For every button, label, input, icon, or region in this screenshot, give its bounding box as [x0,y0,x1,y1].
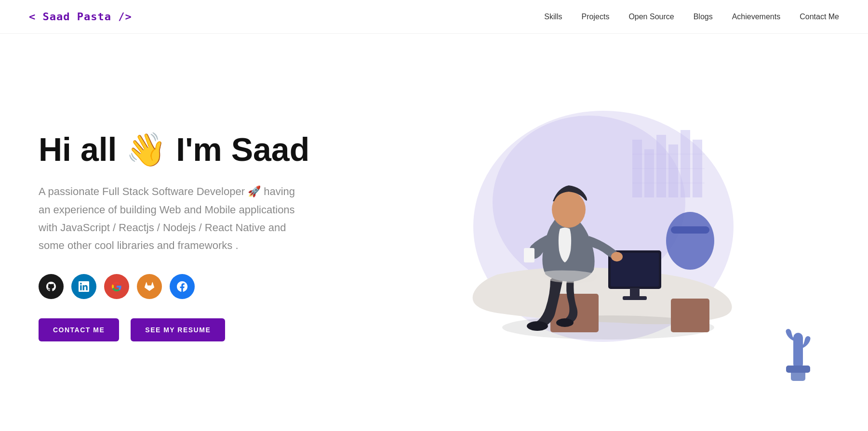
nav-item-projects[interactable]: Projects [582,13,610,21]
paper-phone [524,248,534,262]
svg-rect-10 [793,333,803,369]
nav-links: Skills Projects Open Source Blogs Achiev… [544,13,839,21]
resume-button[interactable]: SEE MY RESUME [131,318,225,341]
cactus-decoration [781,328,815,383]
hero-description: A passionate Full Stack Software Develop… [39,183,308,255]
gitlab-icon[interactable] [137,274,162,299]
nav-item-blogs[interactable]: Blogs [694,13,713,21]
nav-item-skills[interactable]: Skills [544,13,562,21]
navbar: < Saad Pasta /> Skills Projects Open Sou… [0,0,868,34]
google-icon[interactable] [104,274,129,299]
cta-buttons: CONTACT ME SEE MY RESUME [39,318,309,341]
hero-content: Hi all 👋 I'm Saad A passionate Full Stac… [39,131,309,341]
hero-heading: Hi all 👋 I'm Saad [39,131,309,168]
svg-rect-11 [786,366,810,373]
nav-item-opensource[interactable]: Open Source [628,13,674,21]
shoe-left [527,321,548,331]
chair-back [671,226,709,234]
site-logo[interactable]: < Saad Pasta /> [29,11,132,23]
person-right-hand [611,252,623,261]
github-icon[interactable] [39,274,64,299]
hero-illustration [309,79,829,392]
chair-blob [666,212,714,270]
monitor-base [623,296,647,300]
social-icons-group [39,274,309,299]
illustration-svg [401,91,738,380]
svg-rect-3 [668,144,678,197]
svg-rect-2 [656,135,666,197]
nav-item-achievements[interactable]: Achievements [732,13,781,21]
svg-rect-4 [681,130,690,197]
hero-section: Hi all 👋 I'm Saad A passionate Full Stac… [0,34,868,429]
linkedin-icon[interactable] [71,274,96,299]
facebook-icon[interactable] [170,274,195,299]
nav-item-contact[interactable]: Contact Me [800,13,839,21]
shoe-right [556,318,574,327]
svg-rect-1 [644,149,654,197]
contact-button[interactable]: CONTACT ME [39,318,119,341]
desk-box-right [671,299,709,332]
